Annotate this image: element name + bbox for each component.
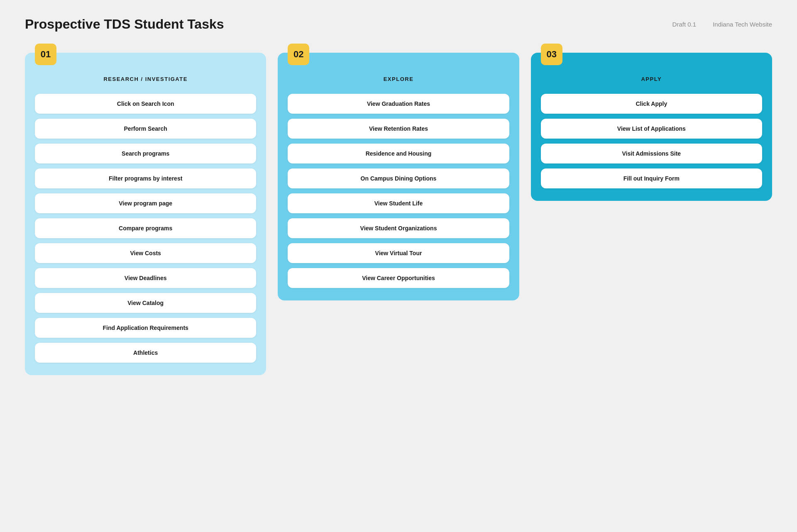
header-meta: Draft 0.1 Indiana Tech Website bbox=[672, 21, 772, 28]
page-header: Prospective TDS Student Tasks Draft 0.1 … bbox=[25, 17, 772, 32]
task-button-1-4[interactable]: Filter programs by interest bbox=[35, 168, 256, 188]
task-button-1-10[interactable]: Find Application Requirements bbox=[35, 318, 256, 338]
task-button-2-3[interactable]: Residence and Housing bbox=[288, 144, 509, 164]
task-button-1-3[interactable]: Search programs bbox=[35, 144, 256, 164]
column-2: 02EXPLOREView Graduation RatesView Reten… bbox=[278, 53, 519, 300]
task-button-1-2[interactable]: Perform Search bbox=[35, 119, 256, 139]
task-button-2-4[interactable]: On Campus Dining Options bbox=[288, 168, 509, 188]
page-title: Prospective TDS Student Tasks bbox=[25, 17, 224, 32]
task-button-2-7[interactable]: View Virtual Tour bbox=[288, 243, 509, 263]
task-button-2-1[interactable]: View Graduation Rates bbox=[288, 94, 509, 114]
site-label: Indiana Tech Website bbox=[713, 21, 772, 28]
column-heading-1: RESEARCH / INVESTIGATE bbox=[35, 76, 256, 82]
task-button-3-3[interactable]: Visit Admissions Site bbox=[541, 144, 762, 164]
task-button-1-8[interactable]: View Deadlines bbox=[35, 268, 256, 288]
column-badge-3: 03 bbox=[541, 44, 562, 65]
task-button-1-11[interactable]: Athletics bbox=[35, 343, 256, 363]
task-button-2-8[interactable]: View Career Opportunities bbox=[288, 268, 509, 288]
task-button-2-6[interactable]: View Student Organizations bbox=[288, 218, 509, 238]
column-3: 03APPLYClick ApplyView List of Applicati… bbox=[531, 53, 772, 201]
column-heading-2: EXPLORE bbox=[288, 76, 509, 82]
column-badge-2: 02 bbox=[288, 44, 309, 65]
column-heading-3: APPLY bbox=[541, 76, 762, 82]
task-button-1-6[interactable]: Compare programs bbox=[35, 218, 256, 238]
column-badge-1: 01 bbox=[35, 44, 56, 65]
task-button-1-7[interactable]: View Costs bbox=[35, 243, 256, 263]
task-button-1-9[interactable]: View Catalog bbox=[35, 293, 256, 313]
task-button-2-5[interactable]: View Student Life bbox=[288, 193, 509, 213]
columns-container: 01RESEARCH / INVESTIGATEClick on Search … bbox=[25, 53, 772, 375]
task-button-1-1[interactable]: Click on Search Icon bbox=[35, 94, 256, 114]
task-button-3-2[interactable]: View List of Applications bbox=[541, 119, 762, 139]
task-button-2-2[interactable]: View Retention Rates bbox=[288, 119, 509, 139]
task-button-3-4[interactable]: Fill out Inquiry Form bbox=[541, 168, 762, 188]
task-button-1-5[interactable]: View program page bbox=[35, 193, 256, 213]
column-1: 01RESEARCH / INVESTIGATEClick on Search … bbox=[25, 53, 266, 375]
task-button-3-1[interactable]: Click Apply bbox=[541, 94, 762, 114]
draft-label: Draft 0.1 bbox=[672, 21, 697, 28]
